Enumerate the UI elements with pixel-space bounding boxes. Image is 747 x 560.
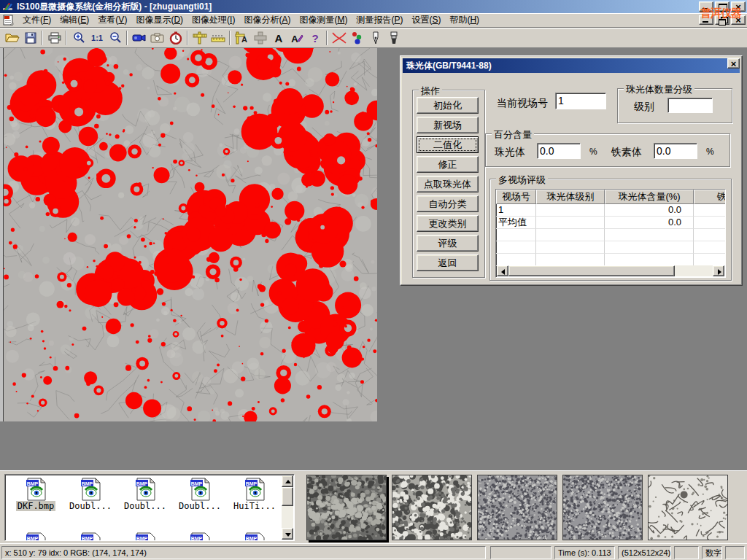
scroll-right-icon[interactable] [713,265,724,276]
scrollbar-thumb[interactable] [508,265,675,276]
grade-label: 级别 [634,101,654,114]
zoom-out-icon[interactable] [106,29,124,47]
grid-cross-icon[interactable] [251,29,269,47]
thumbnail-item[interactable] [477,475,557,540]
ferrite-unit: % [706,147,714,157]
col-pearlite-content[interactable]: 珠光体含量(%) [605,190,694,204]
open-icon[interactable] [3,29,21,47]
actual-size-icon[interactable]: 1:1 [88,29,106,47]
menu-measure-report[interactable]: 测量报告P [352,12,407,28]
scroll-up-icon[interactable] [282,475,293,487]
menu-image-processing[interactable]: 图像处理I [187,12,239,28]
menu-edit[interactable]: 编辑E [55,12,93,28]
file-item[interactable]: BMP [64,532,117,541]
change-class-button[interactable]: 更改类别 [417,215,479,232]
help-icon[interactable]: ? [306,29,324,47]
file-item[interactable]: BMP Doubl... [174,478,226,511]
grade-input[interactable] [667,98,713,113]
file-list-scrollbar[interactable] [282,475,293,540]
pen-icon[interactable] [366,29,384,47]
scroll-down-icon[interactable] [282,528,293,540]
scroll-left-icon[interactable] [497,265,508,276]
col-field-no[interactable]: 视场号 [496,190,536,204]
table-row[interactable]: 平均值 0.0 [496,217,726,229]
timer-icon[interactable] [166,29,185,47]
pearlite-dialog: 珠光体(GB/T9441-88) 操作 初始化 新视场 二值化 修正 点取珠光体… [400,55,743,286]
menu-view[interactable]: 查看V [93,12,131,28]
current-field-label: 当前视场号 [497,97,548,110]
file-item[interactable]: BMP Doubl... [119,478,171,511]
annotate-icon[interactable]: A [287,29,306,47]
col-ferrite-content[interactable]: 铁素体含量(%) [694,190,726,204]
file-name: HuiTi... [232,501,277,511]
micrograph-image[interactable] [4,48,377,421]
particle-mark-icon[interactable] [348,29,366,47]
col-pearlite-grade[interactable]: 珠光体级别 [536,190,605,204]
svg-text:A: A [274,32,282,44]
curve-cut-icon[interactable] [330,29,348,47]
ruler-icon[interactable] [209,29,227,47]
document-icon[interactable] [2,15,15,26]
file-item[interactable]: BMP [174,532,226,541]
thumbnail-item[interactable] [648,475,728,540]
svg-text:BMP: BMP [136,481,148,486]
text-icon[interactable]: A [269,29,287,47]
table-horizontal-scrollbar[interactable] [497,265,724,276]
window-title: IS100显微摄像系统(金相分析版) - [zhuguangti01] [17,1,212,13]
svg-text:BMP: BMP [82,481,93,486]
pick-pearlite-button[interactable]: 点取珠光体 [417,176,479,192]
svg-text:1:1: 1:1 [91,34,103,42]
current-field-input[interactable]: 1 [555,93,606,109]
file-list[interactable]: BMP DKF.bmp BMP Doubl... BMP Doubl... BM… [4,474,295,541]
status-empty-2 [674,546,699,559]
thumbnail-item[interactable] [562,475,643,540]
dialog-close-button[interactable] [727,58,740,69]
brush-icon[interactable] [384,29,403,47]
video-capture-icon[interactable] [130,29,148,47]
file-item[interactable]: BMP [228,532,281,541]
menu-file[interactable]: 文件F [18,12,55,28]
caliper-icon[interactable] [190,29,209,47]
table-row[interactable] [496,241,726,254]
table-row[interactable] [496,254,726,266]
file-item[interactable]: BMP HuiTi... [228,478,281,511]
grade-button[interactable]: 评级 [417,235,479,252]
file-item[interactable]: BMP [119,532,171,541]
thumbnail-item[interactable] [392,475,472,540]
measure-text-icon[interactable]: A [233,29,251,47]
file-item[interactable]: BMP Doubl... [64,478,117,511]
menu-settings[interactable]: 设置S [407,12,445,28]
binarize-button[interactable]: 二值化 [417,136,479,153]
auto-classify-button[interactable]: 自动分类 [417,195,479,212]
new-field-button[interactable]: 新视场 [417,117,479,133]
title-bar: IS100显微摄像系统(金相分析版) - [zhuguangti01] [0,0,747,13]
return-button[interactable]: 返回 [417,254,479,271]
dialog-title: 珠光体(GB/T9441-88) [406,60,492,72]
menu-image-display[interactable]: 图像显示D [131,12,187,28]
ferrite-percent-input[interactable]: 0.0 [654,143,697,159]
thumbnail-5 [649,475,727,540]
table-row[interactable] [496,229,726,241]
print-icon[interactable] [45,29,63,47]
svg-text:BMP: BMP [27,536,39,541]
svg-text:BMP: BMP [191,536,203,541]
file-item[interactable]: BMP [9,532,62,541]
table-row[interactable]: 1 0.0 [496,204,726,217]
thumbnail-item[interactable] [306,475,387,540]
init-button[interactable]: 初始化 [417,97,479,114]
svg-text:BMP: BMP [191,481,203,486]
zoom-in-icon[interactable] [69,29,88,47]
menu-image-measure[interactable]: 图像测量M [295,12,352,28]
app-icon [2,1,14,12]
menu-help[interactable]: 帮助H [445,12,484,28]
camera-capture-icon[interactable] [148,29,166,47]
save-icon[interactable] [21,29,39,47]
correct-button[interactable]: 修正 [417,156,479,173]
menu-image-analysis[interactable]: 图像分析A [239,12,295,28]
multifield-table[interactable]: 视场号 珠光体级别 珠光体含量(%) 铁素体含量(%) 1 0.0 平均值 0.… [495,189,726,278]
dialog-title-bar[interactable]: 珠光体(GB/T9441-88) [403,58,740,73]
scrollbar-thumb[interactable] [282,487,293,506]
svg-text:BMP: BMP [82,536,93,541]
file-item[interactable]: BMP DKF.bmp [9,478,62,511]
pearlite-percent-input[interactable]: 0.0 [537,143,581,159]
